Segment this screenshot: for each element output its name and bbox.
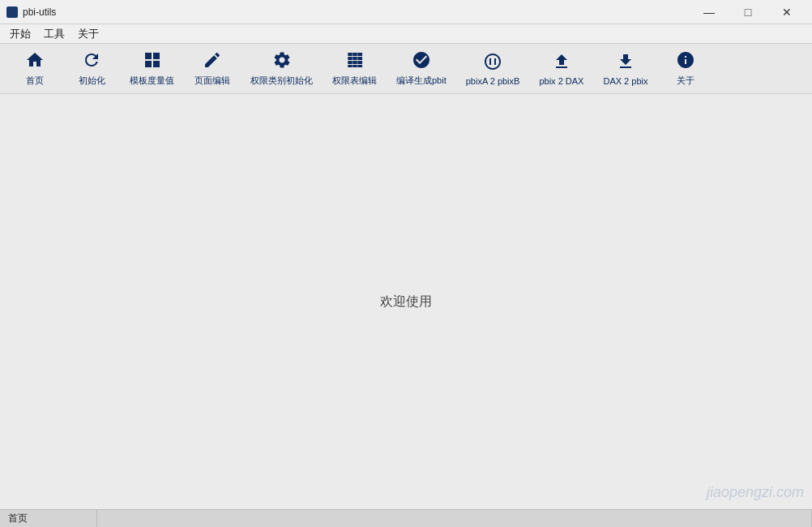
- btn-init-label: 初始化: [79, 75, 105, 87]
- svg-rect-3: [155, 62, 158, 66]
- table-icon: [345, 50, 365, 73]
- window-title: pbi-utils: [23, 6, 56, 18]
- status-bar: 首页: [0, 509, 812, 527]
- settings-icon: [272, 50, 292, 73]
- app-icon: [6, 6, 18, 18]
- btn-home[interactable]: 首页: [6, 47, 63, 90]
- status-empty: [97, 510, 812, 527]
- home-icon: [25, 50, 45, 73]
- btn-init[interactable]: 初始化: [63, 47, 120, 90]
- title-bar: pbi-utils — □ ✕: [0, 0, 812, 24]
- menu-bar: 开始 工具 关于: [0, 24, 812, 44]
- btn-about-label: 关于: [677, 75, 694, 87]
- close-button[interactable]: ✕: [768, 0, 806, 24]
- toolbar: 首页 初始化 模板度量值 页面编辑 权限类别初始化 权限表编辑: [0, 44, 812, 94]
- title-bar-left: pbi-utils: [6, 6, 56, 18]
- btn-perm-init-label: 权限类别初始化: [250, 75, 313, 87]
- edit-icon: [203, 50, 222, 73]
- menu-item-start[interactable]: 开始: [3, 25, 37, 43]
- btn-pbix2dax[interactable]: pbix 2 DAX: [529, 49, 593, 89]
- welcome-text: 欢迎使用: [380, 293, 432, 311]
- template-icon: [143, 50, 162, 73]
- btn-perm-init[interactable]: 权限类别初始化: [241, 47, 323, 90]
- btn-dax2pbix[interactable]: DAX 2 pbix: [593, 49, 657, 89]
- svg-rect-0: [147, 54, 150, 58]
- check-icon: [412, 50, 431, 73]
- btn-page-edit[interactable]: 页面编辑: [184, 47, 241, 90]
- btn-compile[interactable]: 编译生成pbit: [387, 47, 456, 90]
- btn-page-edit-label: 页面编辑: [194, 75, 230, 87]
- status-home: 首页: [0, 510, 97, 527]
- btn-pbixA2B-label: pbixA 2 pbixB: [466, 76, 520, 86]
- menu-item-tools[interactable]: 工具: [37, 25, 71, 43]
- btn-perm-edit-label: 权限表编辑: [332, 75, 377, 87]
- minimize-button[interactable]: —: [690, 0, 728, 24]
- main-content: 欢迎使用 jiaopengzi.com: [0, 94, 812, 509]
- btn-pbix2dax-label: pbix 2 DAX: [539, 76, 583, 86]
- btn-dax2pbix-label: DAX 2 pbix: [603, 76, 647, 86]
- btn-pbixA2B[interactable]: pbixA 2 pbixB: [456, 49, 530, 89]
- menu-item-about[interactable]: 关于: [71, 25, 105, 43]
- btn-about[interactable]: 关于: [657, 47, 714, 90]
- btn-perm-edit[interactable]: 权限表编辑: [323, 47, 387, 90]
- upload-icon: [552, 52, 571, 75]
- power-icon: [483, 52, 502, 75]
- info-icon: [676, 50, 695, 73]
- btn-home-label: 首页: [26, 75, 44, 87]
- restore-button[interactable]: □: [729, 0, 767, 24]
- title-bar-controls: — □ ✕: [690, 0, 806, 24]
- watermark: jiaopengzi.com: [707, 484, 804, 501]
- svg-rect-2: [155, 54, 158, 58]
- download-icon: [616, 52, 635, 75]
- btn-compile-label: 编译生成pbit: [396, 75, 447, 87]
- svg-rect-1: [147, 62, 150, 66]
- refresh-icon: [82, 50, 101, 73]
- btn-template-label: 模板度量值: [130, 75, 174, 87]
- btn-template[interactable]: 模板度量值: [120, 47, 184, 90]
